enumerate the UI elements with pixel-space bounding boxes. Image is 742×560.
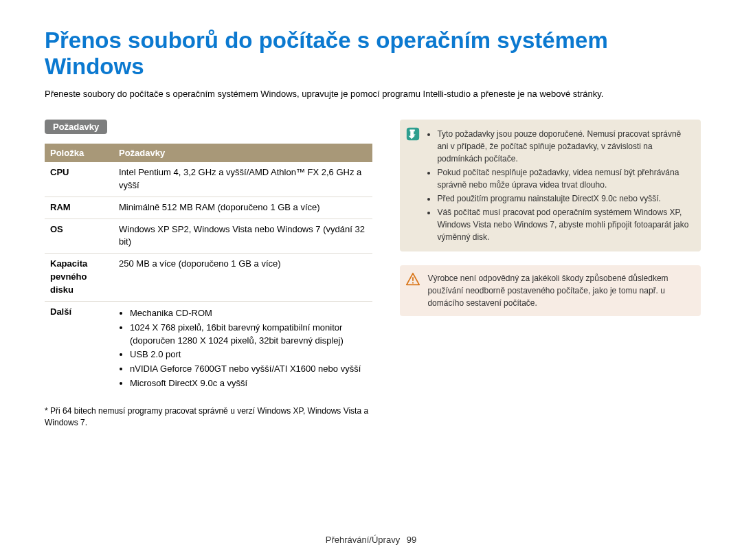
header-req: Požadavky	[113, 144, 372, 162]
info-list: Tyto požadavky jsou pouze doporučené. Ne…	[427, 128, 691, 243]
row-val: Minimálně 512 MB RAM (doporučeno 1 GB a …	[113, 197, 372, 219]
intro-text: Přeneste soubory do počítače s operačním…	[45, 88, 701, 100]
left-column: Požadavky Položka Požadavky CPU Intel Pe…	[45, 120, 372, 428]
list-item: USB 2.0 port	[130, 348, 367, 361]
row-key: Další	[45, 301, 113, 396]
row-key: CPU	[45, 162, 113, 197]
warning-icon	[405, 272, 420, 287]
table-row: OS Windows XP SP2, Windows Vista nebo Wi…	[45, 219, 372, 254]
breadcrumb: Přehrávání/Úpravy	[326, 535, 400, 545]
content-columns: Požadavky Položka Požadavky CPU Intel Pe…	[45, 120, 701, 428]
svg-rect-2	[412, 282, 414, 284]
row-key: Kapacita pevného disku	[45, 254, 113, 302]
svg-rect-1	[412, 277, 414, 281]
header-item: Položka	[45, 144, 113, 162]
footnote: * Při 64 bitech nemusí programy pracovat…	[45, 405, 372, 429]
page-number: 99	[407, 535, 416, 545]
right-column: Tyto požadavky jsou pouze doporučené. Ne…	[400, 120, 701, 330]
list-item: 1024 X 768 pixelů, 16bit barevný kompati…	[130, 322, 367, 348]
table-row: Další Mechanika CD-ROM 1024 X 768 pixelů…	[45, 301, 372, 396]
info-note-box: Tyto požadavky jsou pouze doporučené. Ne…	[400, 120, 701, 251]
list-item: Před použitím programu nainstalujte Dire…	[437, 192, 691, 205]
list-item: nVIDIA Geforce 7600GT nebo vyšší/ATI X16…	[130, 363, 367, 376]
row-val: 250 MB a více (doporučeno 1 GB a více)	[113, 254, 372, 302]
section-label: Požadavky	[45, 120, 107, 134]
page: Přenos souborů do počítače s operačním s…	[0, 0, 742, 560]
row-key: OS	[45, 219, 113, 254]
list-item: Tyto požadavky jsou pouze doporučené. Ne…	[437, 128, 691, 165]
other-list: Mechanika CD-ROM 1024 X 768 pixelů, 16bi…	[119, 307, 367, 390]
row-val: Mechanika CD-ROM 1024 X 768 pixelů, 16bi…	[113, 301, 372, 396]
warning-text: Výrobce není odpovědný za jakékoli škody…	[427, 272, 691, 309]
row-val: Windows XP SP2, Windows Vista nebo Windo…	[113, 219, 372, 254]
row-val: Intel Pentium 4, 3,2 GHz a vyšší/AMD Ath…	[113, 162, 372, 197]
page-title: Přenos souborů do počítače s operačním s…	[45, 27, 701, 80]
table-row: RAM Minimálně 512 MB RAM (doporučeno 1 G…	[45, 197, 372, 219]
list-item: Mechanika CD-ROM	[130, 307, 367, 320]
info-icon	[405, 126, 420, 142]
requirements-table: Položka Požadavky CPU Intel Pentium 4, 3…	[45, 144, 372, 396]
list-item: Váš počítač musí pracovat pod operačním …	[437, 206, 691, 243]
row-key: RAM	[45, 197, 113, 219]
warning-note-box: Výrobce není odpovědný za jakékoli škody…	[400, 265, 701, 316]
list-item: Microsoft DirectX 9.0c a vyšší	[130, 377, 367, 390]
table-row: Kapacita pevného disku 250 MB a více (do…	[45, 254, 372, 302]
page-footer: Přehrávání/Úpravy 99	[0, 535, 742, 545]
table-row: CPU Intel Pentium 4, 3,2 GHz a vyšší/AMD…	[45, 162, 372, 197]
list-item: Pokud počítač nesplňuje požadavky, videa…	[437, 166, 691, 191]
